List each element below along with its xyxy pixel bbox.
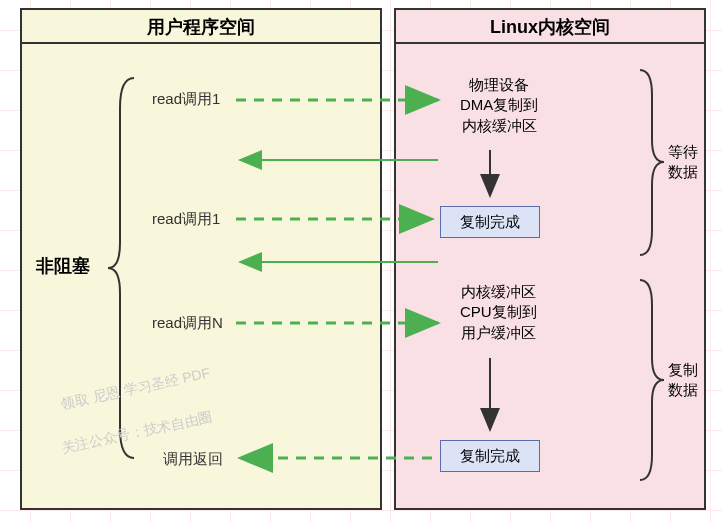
- right-brace-copy-icon: [638, 280, 666, 480]
- nonblocking-label: 非阻塞: [36, 254, 90, 278]
- kernel-step-2: 内核缓冲区 CPU复制到 用户缓冲区: [460, 282, 537, 343]
- copy-done-box-1: 复制完成: [440, 206, 540, 238]
- read-call-n-label: read调用N: [152, 314, 223, 333]
- copy-done-box-2: 复制完成: [440, 440, 540, 472]
- kernel-space-title: Linux内核空间: [396, 10, 704, 44]
- kernel-step-1: 物理设备 DMA复制到 内核缓冲区: [460, 75, 538, 136]
- copy-data-label: 复制 数据: [668, 360, 698, 399]
- wait-data-label: 等待 数据: [668, 142, 698, 181]
- read-call-1-label: read调用1: [152, 90, 220, 109]
- read-call-1b-label: read调用1: [152, 210, 220, 229]
- user-space-title: 用户程序空间: [22, 10, 380, 44]
- call-return-label: 调用返回: [163, 450, 223, 469]
- right-brace-wait-icon: [638, 70, 666, 255]
